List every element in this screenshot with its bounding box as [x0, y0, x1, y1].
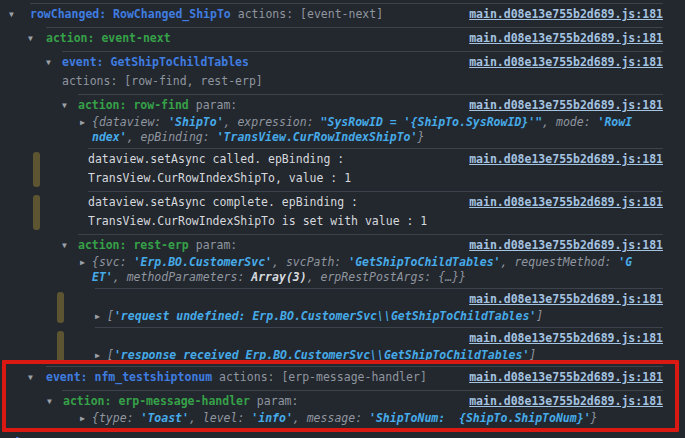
console-log-entry-action-row-find-group: ▼action: row-find param:▶{dataview: 'Shi…: [0, 94, 685, 148]
log-text: 'Erp.BO.CustomerSvc': [134, 255, 272, 269]
expand-triangle-icon[interactable]: ▶: [80, 411, 85, 426]
source-location-link[interactable]: main.d08e13e755b2d689.js:181: [469, 53, 663, 72]
log-text: erpRestPostArgs:: [321, 270, 439, 284]
entry-separator: [62, 390, 663, 391]
source-location-link[interactable]: main.d08e13e755b2d689.js:181: [469, 290, 663, 309]
log-text: actions: [event-next]: [231, 7, 383, 21]
source-location-link[interactable]: main.d08e13e755b2d689.js:181: [469, 5, 663, 24]
log-text: ndex': [92, 130, 127, 144]
object-preview-line: ▶['response received Erp.BO.CustomerSvc\…: [0, 348, 685, 363]
log-text: 'ShipTo': [168, 115, 223, 129]
collapse-triangle-icon[interactable]: ▼: [28, 368, 33, 387]
source-location-link[interactable]: main.d08e13e755b2d689.js:181: [469, 150, 663, 169]
log-text: 'GetShipToChildTables': [348, 255, 500, 269]
console-log-entry-response-log: ▶['response received Erp.BO.CustomerSvc\…: [0, 327, 685, 366]
log-text: action: row-find: [78, 98, 189, 112]
source-location-link[interactable]: main.d08e13e755b2d689.js:181: [469, 96, 663, 115]
object-preview-line: ndex', epBinding: 'TransView.CurRowIndex…: [0, 130, 685, 145]
object-preview-line: ▶{type: 'Toast', level: 'info', message:…: [0, 411, 685, 426]
log-text: action: event-next: [46, 31, 171, 45]
log-text: svc:: [99, 255, 134, 269]
log-text: 'request undefined: Erp.BO.CustomerSvc\\…: [114, 309, 536, 323]
log-text: mode:: [556, 115, 598, 129]
log-text: [: [107, 348, 114, 362]
source-location-link[interactable]: main.d08e13e755b2d689.js:181: [469, 392, 663, 411]
log-text: ,: [501, 255, 515, 269]
log-text: {…}}: [438, 270, 466, 284]
log-text: "SysRowID = '{ShipTo.SysRowID}'": [321, 115, 543, 129]
collapse-triangle-icon[interactable]: ▼: [47, 392, 52, 411]
log-text: {: [92, 411, 99, 425]
log-text: ]: [536, 309, 543, 323]
log-text: ,: [293, 411, 307, 425]
console-log-entry-action-rest-erp-group: ▼action: rest-erp param:▶{svc: 'Erp.BO.C…: [0, 234, 685, 288]
object-preview-line: ▶['request undefined: Erp.BO.CustomerSvc…: [0, 309, 685, 324]
console-log-entry-setasync-called-log: dataview.setAsync called. epBinding :Tra…: [0, 148, 685, 191]
log-text: 'Toast': [140, 411, 188, 425]
log-text: ]: [529, 348, 536, 362]
log-text: dataview:: [99, 115, 168, 129]
log-text: ,: [113, 270, 127, 284]
log-text: methodParameters:: [127, 270, 252, 284]
log-text: event: GetShipToChildTables: [62, 55, 249, 69]
console-log-entry-action-event-next-group: ▼action: event-nextmain.d08e13e755b2d689…: [0, 27, 685, 51]
log-text: Array(3): [251, 270, 306, 284]
expand-triangle-icon[interactable]: ▶: [80, 115, 85, 130]
log-text: 'TransView.CurRowIndexShipTo': [217, 130, 418, 144]
source-location-link[interactable]: main.d08e13e755b2d689.js:181: [469, 236, 663, 255]
console-log-entry-rowchanged-group: ▼rowChanged: RowChanged_ShipTo actions: …: [0, 3, 685, 27]
log-text-line: actions: [row-find, rest-erp]: [0, 72, 685, 91]
log-text: ,: [127, 130, 141, 144]
log-text: action: rest-erp: [78, 238, 189, 252]
expand-triangle-icon[interactable]: ▶: [80, 255, 85, 270]
log-text: event: nfm_testshiptonum: [46, 370, 212, 384]
console-prompt-row[interactable]: >: [0, 429, 685, 438]
log-text: 'RowI: [598, 115, 633, 129]
log-text: 'response received Erp.BO.CustomerSvc\\G…: [114, 348, 529, 362]
source-location-link[interactable]: main.d08e13e755b2d689.js:181: [469, 193, 663, 212]
collapse-triangle-icon[interactable]: ▼: [9, 5, 14, 24]
console-log-entry-action-erp-message-handler-group: ▼action: erp-message-handler param:▶{typ…: [0, 390, 685, 429]
console-prompt-icon: >: [16, 433, 23, 438]
log-text: svcPath:: [286, 255, 348, 269]
entry-separator: [78, 94, 663, 95]
entry-separator: [46, 366, 663, 367]
source-location-link[interactable]: main.d08e13e755b2d689.js:181: [469, 29, 663, 48]
source-location-link[interactable]: main.d08e13e755b2d689.js:181: [469, 329, 663, 348]
log-text: }: [591, 411, 598, 425]
devtools-console: ▼rowChanged: RowChanged_ShipTo actions: …: [0, 0, 685, 438]
log-text: dataview.setAsync called. epBinding :: [88, 152, 344, 166]
entry-separator: [78, 234, 663, 235]
expand-triangle-icon[interactable]: ▶: [95, 309, 100, 324]
log-text: param:: [189, 98, 237, 112]
log-text-line: TransView.CurRowIndexShipTo is set with …: [0, 212, 685, 231]
log-text: [: [107, 309, 114, 323]
console-log-entry-event-getshiptochildtables-group: ▼event: GetShipToChildTablesactions: [ro…: [0, 51, 685, 94]
log-text: expression:: [237, 115, 320, 129]
log-text: TransView.CurRowIndexShipTo, value : 1: [88, 171, 351, 185]
collapse-triangle-icon[interactable]: ▼: [46, 53, 51, 72]
collapse-triangle-icon[interactable]: ▼: [62, 236, 67, 255]
log-text: ,: [307, 270, 321, 284]
collapse-triangle-icon[interactable]: ▼: [28, 29, 33, 48]
log-text: 'ShipToNum: {ShipTo.ShipToNum}': [369, 411, 591, 425]
log-text: ET': [92, 270, 113, 284]
log-text: rowChanged:: [30, 7, 113, 21]
entry-separator: [88, 148, 663, 149]
log-text: param:: [250, 394, 298, 408]
source-location-link[interactable]: main.d08e13e755b2d689.js:181: [469, 368, 663, 387]
log-text: param:: [189, 238, 237, 252]
collapse-triangle-icon[interactable]: ▼: [62, 96, 67, 115]
console-log-entry-event-nfm-testshiptonum-group: ▼event: nfm_testshiptonum actions: [erp-…: [0, 366, 685, 390]
object-preview-line: ▶{svc: 'Erp.BO.CustomerSvc', svcPath: 'G…: [0, 255, 685, 270]
entry-separator: [30, 3, 663, 4]
log-text: RowChanged_ShipTo: [113, 7, 231, 21]
log-text: ,: [272, 255, 286, 269]
console-log-entry-setasync-complete-log: dataview.setAsync complete. epBinding :T…: [0, 191, 685, 234]
log-text: TransView.CurRowIndexShipTo is set with …: [88, 214, 427, 228]
object-preview-line: ▶{dataview: 'ShipTo', expression: "SysRo…: [0, 115, 685, 130]
expand-triangle-icon[interactable]: ▶: [95, 348, 100, 363]
log-text: 'info': [251, 411, 293, 425]
log-text: level:: [203, 411, 251, 425]
console-log-entry-request-log: ▶['request undefined: Erp.BO.CustomerSvc…: [0, 288, 685, 327]
